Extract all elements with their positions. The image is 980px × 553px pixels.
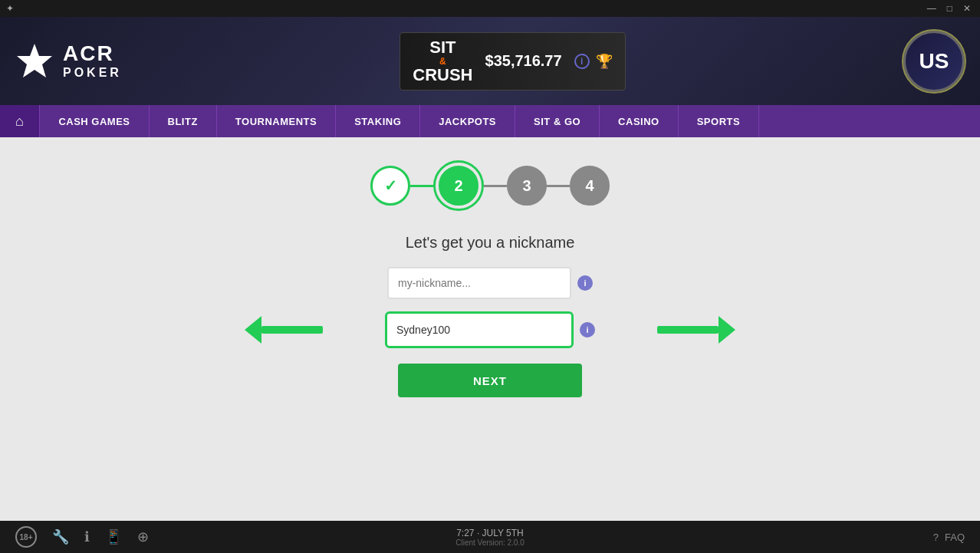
- step-4: 4: [570, 166, 610, 206]
- logo-poker: POKER: [63, 66, 122, 80]
- step-4-label: 4: [585, 177, 594, 195]
- footer-center: 7:27 · JULY 5TH Client Version: 2.0.0: [455, 528, 525, 547]
- home-icon: ⌂: [15, 114, 24, 130]
- stars-ring: [902, 29, 966, 94]
- nickname-info-icon[interactable]: i: [580, 322, 595, 337]
- title-bar: ✦ — □ ✕: [0, 0, 980, 17]
- faq-icon: ?: [933, 532, 939, 543]
- placeholder-info-icon[interactable]: i: [577, 275, 593, 291]
- sit-text: SIT: [429, 39, 455, 56]
- next-button[interactable]: NEXT: [398, 364, 582, 397]
- logo-acr: ACR: [63, 42, 122, 66]
- svg-marker-0: [17, 44, 52, 77]
- info-footer-icon[interactable]: ℹ: [84, 528, 90, 545]
- age-badge: 18+: [15, 526, 37, 548]
- acr-star-logo: [15, 42, 54, 81]
- step-line-2-3: [484, 185, 507, 187]
- sit-crush-banner[interactable]: SIT & CRUSH $35,716.77 i 🏆: [400, 32, 625, 91]
- footer: 18+ 🔧 ℹ 📱 ⊕ 7:27 · JULY 5TH Client Versi…: [0, 521, 980, 553]
- footer-left: 18+ 🔧 ℹ 📱 ⊕: [15, 526, 149, 548]
- info-icon[interactable]: i: [574, 54, 590, 69]
- sit-crush-amount: $35,716.77: [485, 52, 562, 70]
- right-arrow: [657, 316, 735, 344]
- step-3-label: 3: [522, 177, 531, 195]
- nav-bar: ⌂ CASH GAMES BLITZ TOURNAMENTS STAKING J…: [0, 105, 980, 137]
- progress-steps: ✓ 2 3 4: [370, 160, 610, 211]
- right-arrow-head: [719, 316, 735, 344]
- step-1-label: ✓: [384, 176, 397, 195]
- footer-version: Client Version: 2.0.0: [455, 538, 525, 547]
- sit-crush-logo: SIT & CRUSH: [413, 39, 472, 84]
- window-controls[interactable]: — □ ✕: [924, 3, 974, 14]
- nav-blitz[interactable]: BLITZ: [150, 105, 217, 137]
- close-button[interactable]: ✕: [960, 3, 974, 14]
- sit-crush-icons: i 🏆: [574, 53, 613, 70]
- right-arrow-body: [657, 326, 719, 334]
- logo-text: ACR POKER: [63, 42, 122, 79]
- nickname-placeholder-input[interactable]: [387, 267, 571, 299]
- nickname-input-row: i: [337, 311, 643, 348]
- tools-icon[interactable]: 🔧: [52, 528, 69, 545]
- placeholder-input-row: i: [337, 267, 643, 299]
- nav-tournaments[interactable]: TOURNAMENTS: [217, 105, 336, 137]
- app-icon: ✦: [6, 3, 14, 14]
- step-2: 2: [439, 166, 478, 206]
- nav-sports[interactable]: SPORTS: [679, 105, 759, 137]
- nickname-container: Let's get you a nickname i i: [337, 234, 643, 397]
- nickname-title: Let's get you a nickname: [406, 234, 575, 252]
- nav-cash-games[interactable]: CASH GAMES: [40, 105, 149, 137]
- step-3: 3: [507, 166, 547, 206]
- logo-area: ACR POKER: [15, 42, 122, 81]
- right-arrow-shape: [657, 316, 735, 344]
- mobile-icon[interactable]: 📱: [105, 528, 122, 545]
- left-arrow: [245, 316, 323, 344]
- header: ACR POKER SIT & CRUSH $35,716.77 i 🏆 US: [0, 17, 980, 105]
- left-arrow-shape: [245, 316, 323, 344]
- trophy-icon[interactable]: 🏆: [596, 53, 613, 70]
- minimize-button[interactable]: —: [924, 3, 939, 14]
- share-icon[interactable]: ⊕: [137, 528, 149, 545]
- nav-casino[interactable]: CASINO: [600, 105, 679, 137]
- step-line-1-2: [410, 185, 433, 187]
- footer-right[interactable]: ? FAQ: [933, 532, 965, 543]
- left-arrow-body: [261, 326, 323, 334]
- crush-text: CRUSH: [413, 67, 472, 84]
- nav-staking[interactable]: STAKING: [336, 105, 420, 137]
- nav-jackpots[interactable]: JACKPOTS: [420, 105, 515, 137]
- main-content: ✓ 2 3 4 Let's get you a nickname i: [0, 137, 980, 521]
- nickname-value-input[interactable]: [387, 314, 571, 346]
- faq-label[interactable]: FAQ: [945, 532, 965, 543]
- us-badge: US: [903, 31, 965, 92]
- left-arrow-head: [245, 316, 261, 344]
- step-2-label: 2: [454, 177, 462, 195]
- step-line-3-4: [547, 185, 570, 187]
- footer-time: 7:27 · JULY 5TH: [455, 528, 525, 538]
- maximize-button[interactable]: □: [944, 3, 955, 14]
- nav-home[interactable]: ⌂: [0, 105, 40, 137]
- nav-sit-go[interactable]: SIT & GO: [515, 105, 600, 137]
- step-1: ✓: [370, 166, 410, 206]
